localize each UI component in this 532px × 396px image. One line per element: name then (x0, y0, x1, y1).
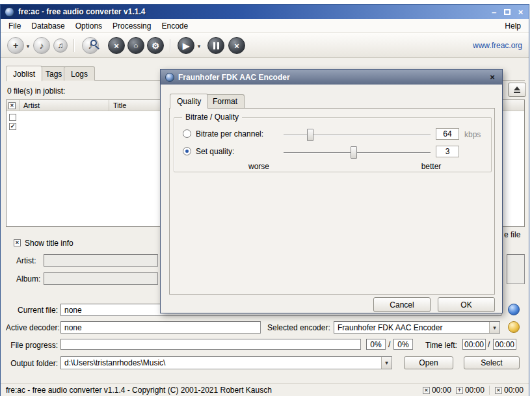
close-button[interactable]: × (516, 8, 525, 16)
open-audio-file-button[interactable]: ♪ (33, 37, 50, 54)
menu-item-help[interactable]: Help (499, 20, 526, 33)
music-note-icon: ♪ (40, 40, 44, 51)
eject-icon (513, 86, 521, 94)
start-encoding-button[interactable]: ▶ (178, 37, 194, 54)
time-slash: / (488, 340, 490, 349)
cross-tools-icon: × (114, 41, 119, 51)
window-title: fre:ac - free audio converter v1.1.4 (18, 7, 145, 16)
time-indicator-2: + 00:00 (456, 386, 485, 395)
add-file-button[interactable]: + (7, 37, 24, 54)
menu-item-encode[interactable]: Encode (156, 20, 193, 33)
dialog-close-button[interactable]: × (487, 72, 498, 82)
column-header-select[interactable]: × (7, 100, 20, 111)
quality-slider-thumb[interactable] (351, 146, 357, 159)
add-file-dropdown-arrow[interactable]: ▾ (25, 43, 31, 49)
tab-logs[interactable]: Logs (64, 66, 95, 81)
bitrate-label: Bitrate per channel: (196, 129, 263, 139)
configuration-button[interactable]: ⚙ (147, 37, 164, 54)
boxed-x-icon: × (423, 387, 430, 394)
joblist-count: 0 file(s) in joblist: (7, 86, 65, 96)
active-decoder-field: none (60, 321, 261, 334)
title-bar: fre:ac - free audio converter v1.1.4 – × (1, 5, 529, 19)
file-progress-bar (60, 339, 361, 350)
bitrate-value-field[interactable]: 64 (436, 128, 459, 140)
time-indicator-3: × 00:00 (489, 386, 524, 395)
time-left-total: 00:00 (493, 339, 516, 350)
time-value-3: 00:00 (504, 386, 524, 395)
menu-bar: File Database Options Processing Encode … (1, 19, 529, 33)
encoder-dropdown-arrow[interactable]: ▾ (196, 43, 202, 49)
encoder-config-dialog: Fraunhofer FDK AAC Encoder × Quality For… (160, 69, 503, 313)
cancel-button[interactable]: Cancel (373, 297, 431, 312)
better-label: better (415, 162, 447, 171)
maximize-button[interactable] (504, 9, 511, 15)
dialog-tab-quality[interactable]: Quality (170, 94, 208, 109)
stop-encoding-button[interactable]: × (228, 37, 245, 54)
pause-encoding-button[interactable] (207, 37, 224, 54)
website-link[interactable]: www.freac.org (473, 41, 522, 50)
selected-encoder-combo[interactable]: Fraunhofer FDK AAC Encoder ▾ (334, 321, 500, 334)
open-button[interactable]: Open (404, 356, 453, 369)
select-all-checkbox[interactable]: × (8, 102, 16, 109)
dialog-title: Fraunhofer FDK AAC Encoder (178, 73, 290, 82)
menu-item-processing[interactable]: Processing (107, 20, 156, 33)
album-label: Album: (16, 274, 40, 284)
worse-label: worse (243, 162, 275, 171)
output-folder-combo[interactable]: d:\Users\tristanrhodes\Music\ ▾ (60, 356, 392, 369)
joblist-checkbox-empty[interactable] (9, 114, 16, 121)
time-value-1: 00:00 (432, 386, 451, 395)
quality-slider[interactable] (284, 152, 431, 153)
edit-tags-button[interactable]: ♫ (53, 38, 68, 53)
stop-icon: × (234, 41, 239, 51)
bitrate-radio[interactable] (183, 129, 191, 138)
output-folder-arrow-icon[interactable]: ▾ (381, 357, 392, 369)
select-button[interactable]: Select (464, 356, 520, 369)
comment-field-fragment[interactable] (507, 254, 525, 284)
menu-item-file[interactable]: File (3, 20, 26, 33)
encoder-combo-arrow-icon[interactable]: ▾ (489, 322, 499, 333)
artist-field[interactable] (44, 254, 158, 267)
single-file-label-fragment: e file (504, 230, 520, 239)
bitrate-slider[interactable] (284, 135, 431, 136)
quality-radio[interactable] (183, 147, 191, 155)
encoder-config-button[interactable] (508, 321, 520, 333)
output-folder-label: Output folder: (6, 359, 58, 368)
magnifier-icon (90, 40, 97, 46)
bitrate-slider-thumb[interactable] (307, 129, 313, 141)
album-field[interactable] (44, 272, 158, 285)
time-indicator-1: × 00:00 (423, 386, 451, 395)
total-progress-value: 0% (393, 339, 413, 350)
ok-button[interactable]: OK (438, 297, 495, 312)
menu-item-options[interactable]: Options (70, 20, 107, 33)
toolbar: + ▾ ♪ ♫ ♪ × ○ ⚙ ▶ ▾ × www.freac.org (1, 33, 529, 58)
disc-icon: ○ (133, 41, 139, 51)
info-button[interactable] (508, 304, 520, 315)
track-progress-value: 0% (366, 339, 386, 350)
boxed-x-icon: × (495, 387, 502, 394)
minimize-button[interactable]: – (490, 8, 498, 16)
quality-value-field[interactable]: 3 (436, 146, 459, 157)
bitrate-quality-group: Bitrate / Quality Bitrate per channel: 6… (174, 117, 492, 172)
tab-joblist[interactable]: Joblist (6, 66, 42, 81)
joblist-checkbox-checked[interactable]: ✓ (9, 123, 16, 130)
pause-icon (213, 42, 219, 49)
show-title-info-checkbox[interactable]: × (14, 239, 21, 246)
file-progress-label: File progress: (6, 341, 58, 350)
drive-eject-button[interactable] (508, 83, 526, 97)
artist-label: Artist: (16, 256, 36, 265)
boxed-plus-icon: + (456, 387, 463, 394)
gear-icon: ⚙ (152, 41, 159, 51)
window-controls: – × (490, 8, 525, 16)
dialog-tab-format[interactable]: Format (206, 94, 245, 108)
quality-label: Set quality: (196, 147, 234, 156)
active-decoder-label: Active decoder: (6, 323, 58, 332)
audio-cd-button[interactable]: ○ (127, 37, 144, 54)
menu-item-database[interactable]: Database (26, 20, 70, 33)
app-icon (5, 7, 14, 17)
general-settings-button[interactable]: × (108, 37, 125, 54)
column-header-artist[interactable]: Artist (20, 100, 109, 111)
cddb-query-button[interactable]: ♪ (82, 37, 99, 54)
dialog-tab-panel: Bitrate / Quality Bitrate per channel: 6… (169, 108, 495, 295)
app-window: fre:ac - free audio converter v1.1.4 – ×… (0, 4, 529, 396)
play-icon: ▶ (183, 41, 189, 51)
